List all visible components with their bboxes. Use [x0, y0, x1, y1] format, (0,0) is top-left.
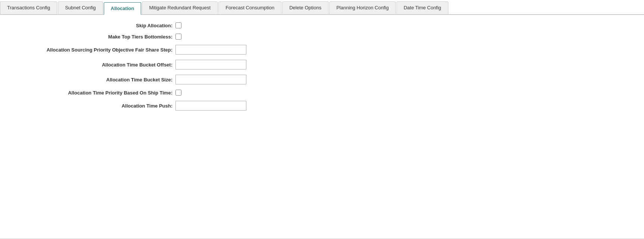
form-row-allocation-time-bucket-size: Allocation Time Bucket Size:	[11, 75, 633, 84]
form-row-allocation-time-priority-ship-time: Allocation Time Priority Based On Ship T…	[11, 90, 633, 96]
tab-transactions-config[interactable]: Transactions Config	[0, 1, 57, 14]
input-allocation-time-push[interactable]	[175, 101, 246, 111]
label-allocation-time-bucket-size: Allocation Time Bucket Size:	[11, 77, 175, 83]
label-skip-allocation: Skip Allocation:	[11, 23, 175, 28]
form-row-allocation-time-bucket-offset: Allocation Time Bucket Offset:	[11, 60, 633, 69]
label-allocation-time-push: Allocation Time Push:	[11, 103, 175, 109]
tab-subnet-config[interactable]: Subnet Config	[58, 1, 103, 14]
label-allocation-time-priority-ship-time: Allocation Time Priority Based On Ship T…	[11, 90, 175, 96]
form-row-skip-allocation: Skip Allocation:	[11, 22, 633, 28]
form-row-allocation-time-push: Allocation Time Push:	[11, 101, 633, 111]
tab-forecast-consumption[interactable]: Forecast Consumption	[218, 1, 281, 14]
tab-allocation[interactable]: Allocation	[104, 2, 141, 15]
input-allocation-time-bucket-size[interactable]	[175, 75, 246, 84]
tab-bar: Transactions Config Subnet Config Alloca…	[0, 0, 644, 15]
tab-planning-horizon-config[interactable]: Planning Horizon Config	[329, 1, 396, 14]
checkbox-make-top-tiers-bottomless[interactable]	[175, 34, 181, 40]
form-row-allocation-sourcing-priority: Allocation Sourcing Priority Objective F…	[11, 45, 633, 55]
label-allocation-time-bucket-offset: Allocation Time Bucket Offset:	[11, 62, 175, 68]
label-allocation-sourcing-priority: Allocation Sourcing Priority Objective F…	[11, 47, 175, 53]
tab-mitigate-redundant-request[interactable]: Mitigate Redundant Request	[142, 1, 218, 14]
page-container: Transactions Config Subnet Config Alloca…	[0, 0, 644, 239]
label-make-top-tiers-bottomless: Make Top Tiers Bottomless:	[11, 34, 175, 40]
content-area: Skip Allocation: Make Top Tiers Bottomle…	[0, 15, 644, 231]
checkbox-skip-allocation[interactable]	[175, 22, 181, 28]
tab-date-time-config[interactable]: Date Time Config	[396, 1, 448, 14]
form-row-make-top-tiers-bottomless: Make Top Tiers Bottomless:	[11, 34, 633, 40]
tab-delete-options[interactable]: Delete Options	[282, 1, 329, 14]
input-allocation-sourcing-priority[interactable]	[175, 45, 246, 55]
input-allocation-time-bucket-offset[interactable]	[175, 60, 246, 69]
checkbox-allocation-time-priority-ship-time[interactable]	[175, 90, 181, 96]
